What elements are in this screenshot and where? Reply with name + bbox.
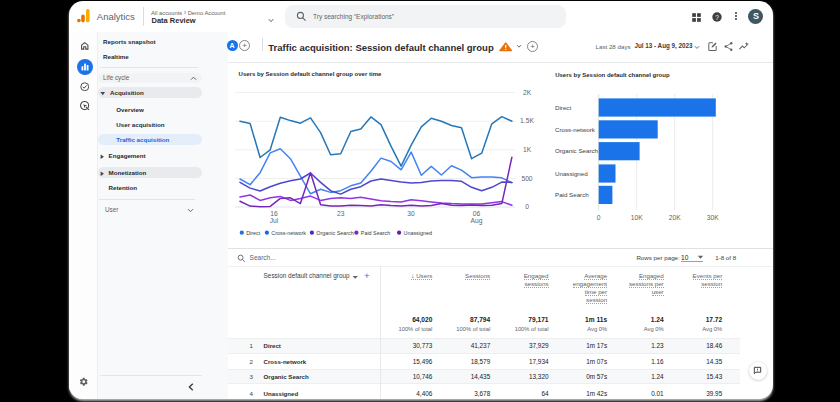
svg-text:Unassigned: Unassigned: [555, 170, 588, 177]
svg-text:16: 16: [270, 210, 278, 217]
svg-text:Unassigned: Unassigned: [404, 230, 432, 236]
svg-text:06: 06: [473, 210, 481, 217]
svg-text:Paid Search: Paid Search: [361, 230, 390, 236]
svg-text:2K: 2K: [523, 89, 532, 96]
svg-text:Aug: Aug: [471, 217, 483, 225]
svg-text:23: 23: [337, 210, 345, 217]
svg-text:Direct: Direct: [246, 230, 261, 236]
svg-text:0: 0: [525, 203, 529, 210]
svg-text:30: 30: [407, 210, 415, 217]
svg-text:?: ?: [715, 13, 719, 20]
svg-text:1.5K: 1.5K: [520, 117, 534, 124]
svg-text:10K: 10K: [631, 214, 643, 221]
svg-text:Organic Search: Organic Search: [555, 147, 599, 154]
svg-text:Organic Search: Organic Search: [316, 230, 353, 236]
svg-text:Paid Search: Paid Search: [555, 191, 589, 198]
svg-text:Direct: Direct: [555, 104, 571, 111]
svg-text:Cross-network: Cross-network: [271, 230, 306, 236]
svg-text:0: 0: [597, 214, 601, 221]
svg-text:1K: 1K: [523, 146, 532, 153]
svg-text:30K: 30K: [707, 214, 719, 221]
svg-text:500: 500: [521, 175, 532, 182]
svg-text:20K: 20K: [669, 214, 681, 221]
svg-text:Jul: Jul: [270, 217, 279, 224]
svg-text:Cross-network: Cross-network: [555, 126, 596, 133]
